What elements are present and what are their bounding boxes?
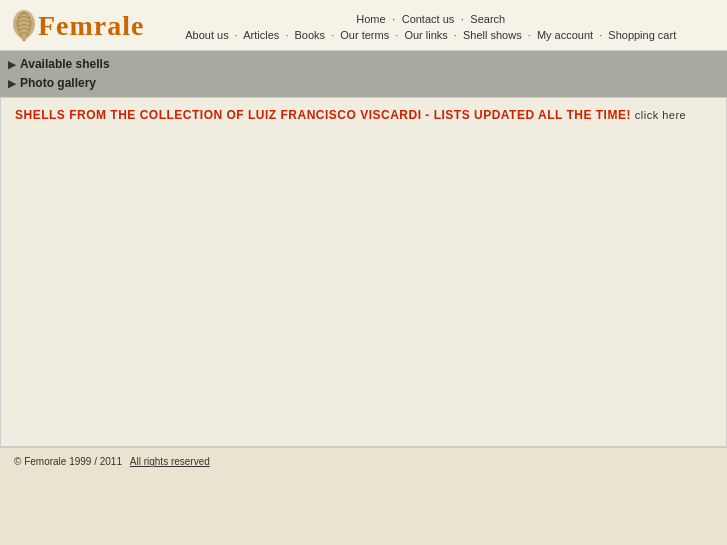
nav-home[interactable]: Home	[356, 13, 385, 25]
nav-sep-9: ·	[599, 29, 602, 41]
nav-search[interactable]: Search	[470, 13, 505, 25]
promo-text: SHELLS FROM THE COLLECTION OF LUIZ FRANC…	[15, 108, 712, 122]
nav-articles[interactable]: Articles	[243, 29, 279, 41]
nav-sep-3: ·	[235, 29, 238, 41]
nav-photo-gallery[interactable]: ▶ Photo gallery	[8, 74, 719, 93]
logo-shell-icon	[8, 6, 40, 46]
arrow-icon-shells: ▶	[8, 57, 16, 73]
nav-photo-gallery-label: Photo gallery	[20, 74, 96, 93]
top-nav-row1: Home · Contact us · Search	[145, 12, 718, 26]
nav-about-us[interactable]: About us	[185, 29, 228, 41]
nav-available-shells-label: Available shells	[20, 55, 110, 74]
footer-copyright: © Femorale 1999 / 2011	[14, 456, 122, 467]
nav-shopping-cart[interactable]: Shopping cart	[608, 29, 676, 41]
nav-sep-2: ·	[461, 12, 464, 26]
logo-area: Femrale	[10, 6, 145, 46]
arrow-icon-gallery: ▶	[8, 76, 16, 92]
footer-rights-link[interactable]: All rights reserved	[130, 456, 210, 467]
promo-message: SHELLS FROM THE COLLECTION OF LUIZ FRANC…	[15, 108, 631, 122]
nav-sep-7: ·	[454, 29, 457, 41]
nav-available-shells[interactable]: ▶ Available shells	[8, 55, 719, 74]
nav-bar: ▶ Available shells ▶ Photo gallery	[0, 51, 727, 97]
nav-contact-us[interactable]: Contact us	[402, 13, 455, 25]
nav-sep-1: ·	[392, 12, 395, 26]
top-nav-row2: About us · Articles · Books · Our terms …	[145, 29, 718, 41]
nav-sep-4: ·	[285, 29, 288, 41]
header: Femrale Home · Contact us · Search About…	[0, 0, 727, 51]
nav-shell-shows[interactable]: Shell shows	[463, 29, 522, 41]
main-content: SHELLS FROM THE COLLECTION OF LUIZ FRANC…	[0, 97, 727, 447]
nav-our-links[interactable]: Our links	[404, 29, 447, 41]
logo-text: Femrale	[38, 10, 145, 42]
nav-sep-6: ·	[395, 29, 398, 41]
nav-my-account[interactable]: My account	[537, 29, 593, 41]
nav-our-terms[interactable]: Our terms	[340, 29, 389, 41]
nav-sep-5: ·	[331, 29, 334, 41]
nav-books[interactable]: Books	[295, 29, 326, 41]
footer: © Femorale 1999 / 2011 All rights reserv…	[0, 447, 727, 475]
nav-sep-8: ·	[528, 29, 531, 41]
top-nav-area: Home · Contact us · Search About us · Ar…	[145, 12, 718, 41]
promo-link[interactable]: click here	[635, 109, 686, 121]
logo-link[interactable]: Femrale	[10, 6, 145, 46]
